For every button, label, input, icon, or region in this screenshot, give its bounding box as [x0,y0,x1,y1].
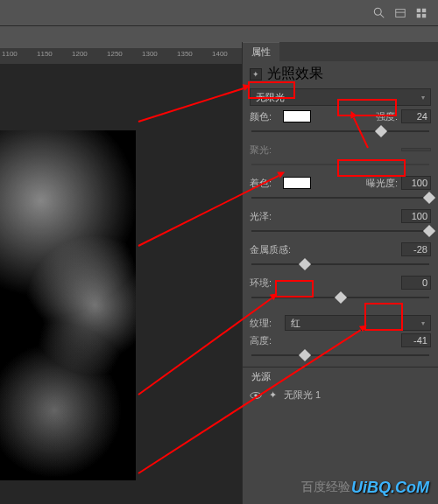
gloss-label: 光泽: [250,210,272,223]
height-value[interactable]: -41 [401,333,431,347]
light-item-icon: ✦ [269,389,277,401]
canvas-preview[interactable] [0,130,136,480]
texture-dropdown[interactable]: 红 ▾ [285,315,431,331]
metallic-label: 金属质感: [250,243,291,256]
height-label: 高度: [250,334,272,347]
svg-rect-5 [422,8,426,11]
filter-header: ✦ 光照效果 [243,61,438,87]
gloss-row: 光泽: 100 [243,207,438,225]
svg-rect-2 [396,9,406,17]
svg-rect-7 [422,13,426,17]
texture-label: 纹理: [250,317,283,330]
lights-subpanel: 光源 ✦ 无限光 1 [243,367,438,405]
light-type-value: 无限光 [256,91,285,104]
height-row: 高度: -41 [243,332,438,349]
watermark-main: UiBQ.CoM [351,479,429,497]
height-slider[interactable] [251,351,429,360]
horizontal-ruler: 1100 1150 1200 1250 1300 1350 1400 [0,48,242,64]
top-toolbar [0,0,438,26]
properties-panel: 属性 ✦ 光照效果 无限光 ▾ 颜色: 强度: 24 聚光: 着色: 曝光度: … [242,42,438,504]
focus-label: 聚光: [250,144,283,157]
ambient-row: 环境: 0 [243,274,438,291]
svg-point-0 [374,8,381,15]
ambient-label: 环境: [250,276,272,290]
svg-rect-6 [417,13,420,17]
exposure-value[interactable]: 100 [401,176,431,190]
search-icon[interactable] [373,7,385,19]
canvas-area[interactable] [0,64,242,504]
focus-slider [251,160,429,169]
lighting-icon: ✦ [250,68,262,80]
light-item-name: 无限光 1 [284,388,321,402]
gloss-slider[interactable] [251,227,429,235]
filter-name: 光照效果 [267,65,323,83]
tab-lights[interactable]: 光源 [243,368,279,385]
metallic-value[interactable]: -28 [401,242,431,256]
texture-row: 纹理: 红 ▾ [243,314,438,332]
color-row: 颜色: 强度: 24 [243,108,438,125]
panel-tabs: 属性 [243,42,438,61]
intensity-value[interactable]: 24 [401,109,431,123]
metallic-slider[interactable] [251,260,429,269]
tint-label: 着色: [250,177,283,190]
gloss-value[interactable]: 100 [401,209,431,223]
metallic-row: 金属质感: -28 [243,241,438,258]
exposure-slider[interactable] [251,193,429,202]
svg-line-1 [380,14,384,18]
svg-rect-4 [417,8,420,11]
texture-value: 红 [291,317,300,330]
light-list-item[interactable]: ✦ 无限光 1 [243,385,438,405]
grid-icon[interactable] [415,7,427,19]
light-type-dropdown[interactable]: 无限光 ▾ [250,88,431,106]
intensity-label: 强度: [376,110,398,123]
intensity-slider[interactable] [251,127,429,136]
exposure-label: 曝光度: [366,177,398,190]
tint-swatch[interactable] [283,177,311,189]
svg-point-9 [254,394,258,397]
chevron-down-icon: ▾ [421,94,425,102]
view-icon[interactable] [394,7,406,19]
ambient-value[interactable]: 0 [401,276,431,290]
tab-properties[interactable]: 属性 [243,42,279,61]
focus-value [401,148,431,151]
tint-row: 着色: 曝光度: 100 [243,174,438,192]
watermark-secondary: 百度经验 [301,480,350,495]
visibility-icon[interactable] [250,391,262,400]
focus-row: 聚光: [243,141,438,158]
color-label: 颜色: [250,110,283,123]
chevron-down-icon: ▾ [421,319,425,327]
color-swatch[interactable] [283,110,311,122]
